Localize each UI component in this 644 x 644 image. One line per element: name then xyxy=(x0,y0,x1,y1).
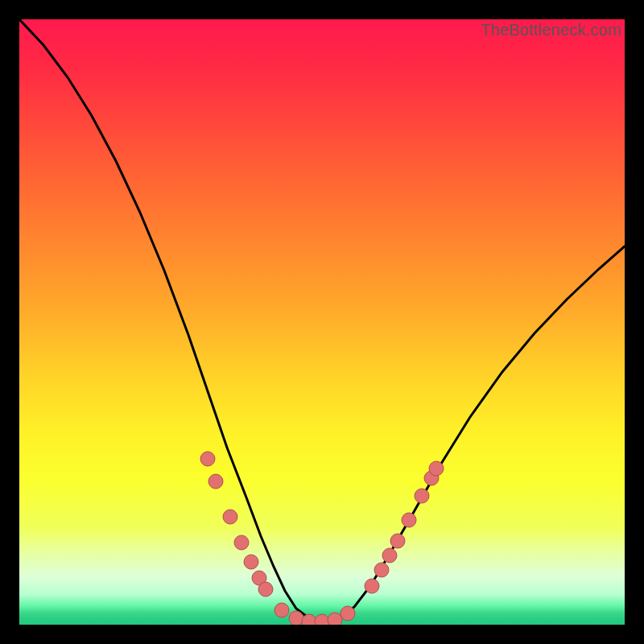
bottleneck-chart-svg xyxy=(19,19,625,625)
watermark-text: TheBottleneck.com xyxy=(481,21,621,39)
curve-marker xyxy=(208,474,223,489)
curve-marker xyxy=(200,452,215,466)
curve-markers xyxy=(200,452,444,625)
curve-marker xyxy=(302,614,316,625)
curve-marker xyxy=(341,606,355,621)
bottleneck-curve xyxy=(19,19,625,621)
curve-marker xyxy=(258,582,273,597)
curve-marker xyxy=(365,579,379,593)
curve-marker xyxy=(223,510,237,524)
curve-marker xyxy=(315,614,329,625)
curve-marker xyxy=(234,535,249,550)
curve-marker xyxy=(289,611,303,625)
curve-marker xyxy=(415,489,429,503)
curve-marker xyxy=(402,513,416,527)
curve-marker xyxy=(328,613,342,625)
curve-marker xyxy=(429,461,444,476)
curve-marker xyxy=(390,534,405,548)
curve-marker xyxy=(382,548,397,563)
curve-marker xyxy=(244,555,258,569)
curve-marker xyxy=(275,603,289,617)
curve-marker xyxy=(374,563,389,577)
chart-frame: TheBottleneck.com xyxy=(19,19,625,625)
